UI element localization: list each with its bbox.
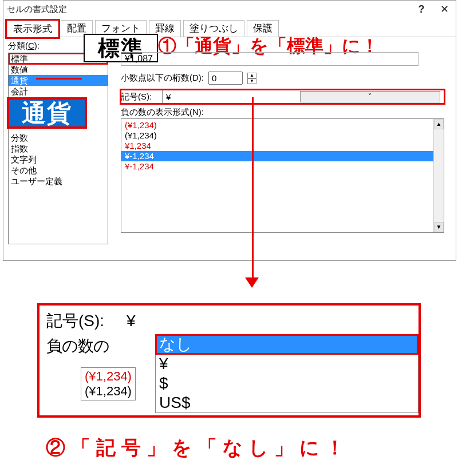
neg-item[interactable]: (¥1,234) (121, 120, 433, 130)
symbol-dropdown-list[interactable]: なし ¥ $ US$ (155, 334, 418, 413)
symbol-detail-panel: 記号(S): ¥ 負の数の なし ¥ $ US$ (¥1,234) (¥1,23… (37, 303, 421, 418)
category-item-scientific[interactable]: 指数 (9, 143, 108, 154)
neg-item[interactable]: ¥-1,234 (121, 161, 433, 172)
sample-box: ¥1,087 (121, 52, 418, 66)
decimals-label: 小数点以下の桁数(D): (121, 73, 204, 84)
category-item-other[interactable]: その他 (9, 165, 108, 176)
detail-symbol-row: 記号(S): ¥ (40, 306, 418, 334)
symbol-option-usdollar[interactable]: US$ (156, 393, 418, 412)
symbol-option-dollar[interactable]: $ (156, 374, 418, 393)
connector-line (252, 97, 254, 280)
symbol-value: ¥ (166, 92, 300, 102)
annotation-2: ②「記号」を「なし」に！ (46, 435, 350, 461)
category-item-accounting[interactable]: 会計 (9, 86, 108, 97)
titlebar: セルの書式設定 ? ✕ (3, 1, 456, 18)
category-item-currency[interactable]: 通貨 (9, 75, 108, 86)
chevron-down-icon[interactable]: ˅ (300, 91, 440, 102)
detail-neg-label: 負の数の (46, 335, 129, 357)
dialog-title: セルの書式設定 (7, 4, 410, 15)
symbol-option-none[interactable]: なし (156, 335, 418, 354)
arrow-down-icon (245, 277, 259, 288)
detail-preview: (¥1,234) (¥1,234) (81, 367, 136, 400)
format-cells-dialog: セルの書式設定 ? ✕ 表示形式 配置 フォント 罫線 塗りつぶし 保護 分類(… (3, 0, 456, 261)
category-item-custom[interactable]: ユーザー定義 (9, 176, 108, 187)
dialog-body: 分類(C): 標準 数値 通貨 会計 分数 指数 文字列 その他 ユーザー定義 … (3, 37, 456, 260)
scroll-up-icon[interactable]: ▲ (434, 119, 444, 129)
decimals-input[interactable] (208, 72, 243, 85)
scroll-down-icon[interactable]: ▼ (434, 222, 444, 232)
scrollbar[interactable]: ▲ ▼ (433, 119, 444, 232)
help-button[interactable]: ? (410, 3, 433, 15)
symbol-combo[interactable]: ¥ ˅ (162, 90, 444, 104)
decimals-row: 小数点以下の桁数(D): ▲▼ (121, 72, 256, 85)
detail-symbol-value: ¥ (127, 312, 413, 330)
tab-number-format[interactable]: 表示形式 (7, 21, 58, 37)
neg-item[interactable]: ¥1,234 (121, 141, 433, 151)
symbol-label: 記号(S): (121, 92, 162, 102)
category-item-fraction[interactable]: 分数 (9, 132, 108, 143)
detail-preview-line: (¥1,234) (85, 369, 132, 384)
negative-label: 負の数の表示形式(N): (121, 107, 204, 118)
category-item-text[interactable]: 文字列 (9, 154, 108, 165)
neg-item[interactable]: (¥1,234) (121, 130, 433, 141)
category-list[interactable]: 標準 数値 通貨 会計 分数 指数 文字列 その他 ユーザー定義 (8, 53, 108, 244)
neg-item[interactable]: ¥-1,234 (121, 151, 433, 161)
badge-currency: 通貨 (7, 97, 87, 129)
close-button[interactable]: ✕ (433, 3, 456, 15)
connector-line (36, 78, 82, 80)
scroll-track[interactable] (434, 129, 444, 222)
symbol-option-yen[interactable]: ¥ (156, 354, 418, 374)
detail-symbol-label: 記号(S): (46, 310, 127, 332)
category-panel: 標準 数値 通貨 会計 分数 指数 文字列 その他 ユーザー定義 通貨 (8, 53, 108, 244)
decimals-spinner[interactable]: ▲▼ (247, 73, 256, 84)
category-item-number[interactable]: 数値 (9, 64, 108, 75)
detail-preview-line: (¥1,234) (85, 384, 132, 399)
negative-list[interactable]: (¥1,234) (¥1,234) ¥1,234 ¥-1,234 ¥-1,234… (121, 118, 444, 233)
symbol-row: 記号(S): ¥ ˅ (121, 90, 444, 104)
